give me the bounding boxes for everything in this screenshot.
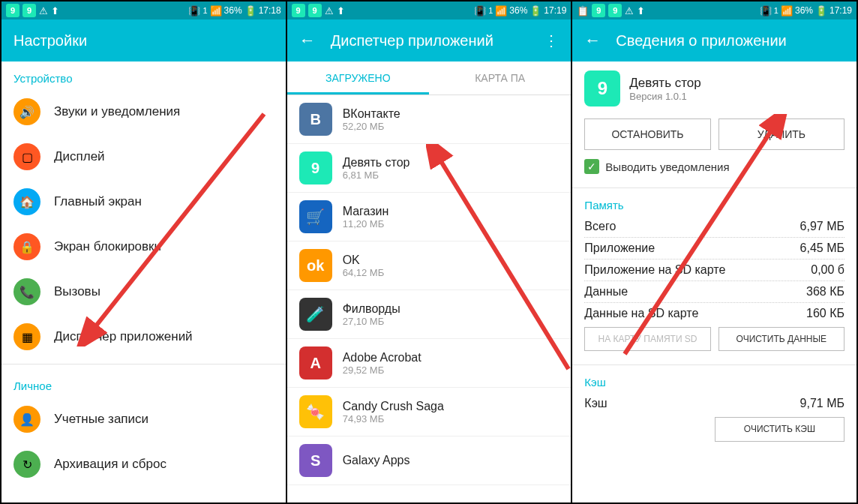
row-label: Звуки и уведомления bbox=[54, 104, 180, 119]
app-row-acrobat[interactable]: A Adobe Acrobat29,52 МБ bbox=[287, 339, 572, 388]
app-icon: 🛒 bbox=[299, 200, 332, 233]
mem-row: Приложение на SD карте0,00 б bbox=[584, 260, 844, 281]
warning-icon: ⚠ bbox=[625, 5, 634, 16]
stop-button[interactable]: ОСТАНОВИТЬ bbox=[584, 118, 710, 150]
row-label: Учетные записи bbox=[54, 412, 148, 427]
sim-indicator: 1 bbox=[202, 6, 207, 15]
clock-text: 17:18 bbox=[259, 5, 281, 16]
app-row-filwords[interactable]: 🧪 Филворды27,10 МБ bbox=[287, 290, 572, 339]
screen-app-manager: 9 9 ⚠ ⬆ 📳 1 📶 36% 🔋 17:19 ← Диспетчер пр… bbox=[287, 2, 572, 502]
account-icon: 👤 bbox=[20, 412, 34, 427]
warning-icon: ⚠ bbox=[39, 5, 48, 16]
divider bbox=[572, 364, 856, 365]
row-calls[interactable]: 📞 Вызовы bbox=[2, 269, 286, 314]
app-row-nine[interactable]: 9 Девять стор6,81 МБ bbox=[287, 144, 572, 193]
app-bar: Настройки bbox=[2, 20, 286, 62]
mem-row: Данные на SD карте160 КБ bbox=[584, 303, 844, 324]
battery-text: 36% bbox=[509, 5, 527, 16]
app-row-galaxy[interactable]: S Galaxy Apps bbox=[287, 436, 572, 485]
app-row-ok[interactable]: ok OK64,12 МБ bbox=[287, 242, 572, 290]
section-personal: Личное bbox=[2, 369, 286, 397]
checkbox-label: Выводить уведомления bbox=[605, 160, 729, 173]
row-label: Архивация и сброс bbox=[54, 457, 166, 472]
overflow-menu-icon[interactable]: ⋮ bbox=[544, 32, 559, 50]
divider bbox=[572, 188, 856, 188]
sim-indicator: 1 bbox=[488, 6, 493, 15]
app-row-candy[interactable]: 🍬 Candy Crush Saga74,93 МБ bbox=[287, 388, 572, 436]
upload-icon: ⬆ bbox=[51, 5, 59, 16]
clear-data-button[interactable]: ОЧИСТИТЬ ДАННЫЕ bbox=[718, 327, 844, 351]
app-name: Adobe Acrobat bbox=[343, 351, 422, 364]
screen-app-info: 📋 9 9 ⚠ ⬆ 📳 1 📶 36% 🔋 17:19 ← Сведения о… bbox=[572, 2, 856, 502]
sound-icon: 🔊 bbox=[20, 105, 34, 119]
mem-row: Приложение6,45 МБ bbox=[584, 238, 844, 260]
row-backup[interactable]: ↻ Архивация и сброс bbox=[2, 442, 286, 487]
page-title: Сведения о приложении bbox=[616, 32, 844, 50]
app-name: Candy Crush Saga bbox=[343, 400, 444, 413]
status-bar: 📋 9 9 ⚠ ⬆ 📳 1 📶 36% 🔋 17:19 bbox=[572, 2, 856, 20]
memory-header: Память bbox=[584, 193, 844, 216]
section-device: Устройство bbox=[2, 62, 286, 89]
notif-app-icon: 9 bbox=[6, 4, 20, 17]
row-app-manager[interactable]: ▦ Диспетчер приложений bbox=[2, 314, 286, 359]
home-icon: 🏠 bbox=[20, 195, 34, 209]
row-label: Экран блокировки bbox=[54, 239, 161, 254]
app-row-store[interactable]: 🛒 Магазин11,20 МБ bbox=[287, 193, 572, 242]
back-icon[interactable]: ← bbox=[299, 31, 316, 50]
notif-app-icon: 9 bbox=[308, 4, 322, 17]
battery-text: 36% bbox=[795, 5, 813, 16]
row-sounds[interactable]: 🔊 Звуки и уведомления bbox=[2, 89, 286, 134]
row-label: Диспетчер приложений bbox=[54, 329, 193, 344]
row-display[interactable]: ▢ Дисплей bbox=[2, 134, 286, 179]
notif-app-icon: 9 bbox=[22, 4, 36, 17]
app-size: 64,12 МБ bbox=[343, 267, 385, 278]
app-icon: 🧪 bbox=[299, 298, 332, 331]
battery-icon: 🔋 bbox=[815, 5, 827, 16]
app-size: 52,20 МБ bbox=[343, 121, 400, 132]
status-bar: 9 9 ⚠ ⬆ 📳 1 📶 36% 🔋 17:18 bbox=[2, 2, 286, 20]
battery-icon: 🔋 bbox=[530, 5, 542, 16]
app-name: Galaxy Apps bbox=[343, 454, 410, 467]
row-label: Дисплей bbox=[54, 149, 105, 164]
notif-app-icon: 9 bbox=[592, 4, 605, 17]
status-bar: 9 9 ⚠ ⬆ 📳 1 📶 36% 🔋 17:19 bbox=[287, 2, 572, 20]
cache-header: Кэш bbox=[584, 370, 844, 393]
app-bar: ← Сведения о приложении bbox=[572, 20, 856, 62]
app-name: Филворды bbox=[343, 302, 400, 316]
app-version: Версия 1.0.1 bbox=[629, 91, 700, 102]
apps-icon: ▦ bbox=[22, 330, 33, 344]
display-icon: ▢ bbox=[22, 150, 33, 164]
tab-sdcard[interactable]: КАРТА ПА bbox=[429, 62, 571, 94]
app-row-vk[interactable]: B ВКонтакте52,20 МБ bbox=[287, 95, 572, 144]
app-icon: A bbox=[299, 346, 332, 380]
upload-icon: ⬆ bbox=[337, 5, 345, 16]
app-icon: ok bbox=[299, 249, 332, 282]
delete-button[interactable]: УДАЛИТЬ bbox=[718, 118, 844, 150]
cache-row: Кэш9,71 МБ bbox=[584, 393, 844, 414]
vibrate-icon: 📳 bbox=[474, 5, 486, 16]
app-icon: 🍬 bbox=[299, 395, 332, 428]
row-lock[interactable]: 🔒 Экран блокировки bbox=[2, 224, 286, 269]
move-to-sd-button: НА КАРТУ ПАМЯТИ SD bbox=[584, 327, 710, 351]
row-home[interactable]: 🏠 Главный экран bbox=[2, 179, 286, 224]
clock-text: 17:19 bbox=[830, 5, 852, 16]
lock-icon: 🔒 bbox=[20, 240, 34, 254]
battery-icon: 🔋 bbox=[244, 5, 256, 16]
app-size: 27,10 МБ bbox=[343, 316, 400, 327]
tab-downloaded[interactable]: ЗАГРУЖЕНО bbox=[287, 62, 429, 94]
signal-icon: 📶 bbox=[781, 5, 793, 16]
screen-settings: 9 9 ⚠ ⬆ 📳 1 📶 36% 🔋 17:18 Настройки Устр… bbox=[2, 2, 286, 502]
tab-bar: ЗАГРУЖЕНО КАРТА ПА bbox=[287, 62, 572, 95]
row-accounts[interactable]: 👤 Учетные записи bbox=[2, 397, 286, 442]
clear-cache-button[interactable]: ОЧИСТИТЬ КЭШ bbox=[715, 417, 844, 441]
app-bar: ← Диспетчер приложений ⋮ bbox=[287, 20, 572, 62]
back-icon[interactable]: ← bbox=[584, 31, 601, 50]
app-size: 6,81 МБ bbox=[343, 170, 410, 181]
notifications-checkbox-row[interactable]: ✓ Выводить уведомления bbox=[572, 159, 856, 183]
signal-icon: 📶 bbox=[495, 5, 507, 16]
divider bbox=[2, 364, 286, 364]
page-title: Настройки bbox=[14, 32, 274, 50]
mem-row: Всего6,97 МБ bbox=[584, 216, 844, 238]
mem-row: Данные368 КБ bbox=[584, 281, 844, 303]
vibrate-icon: 📳 bbox=[188, 5, 200, 16]
